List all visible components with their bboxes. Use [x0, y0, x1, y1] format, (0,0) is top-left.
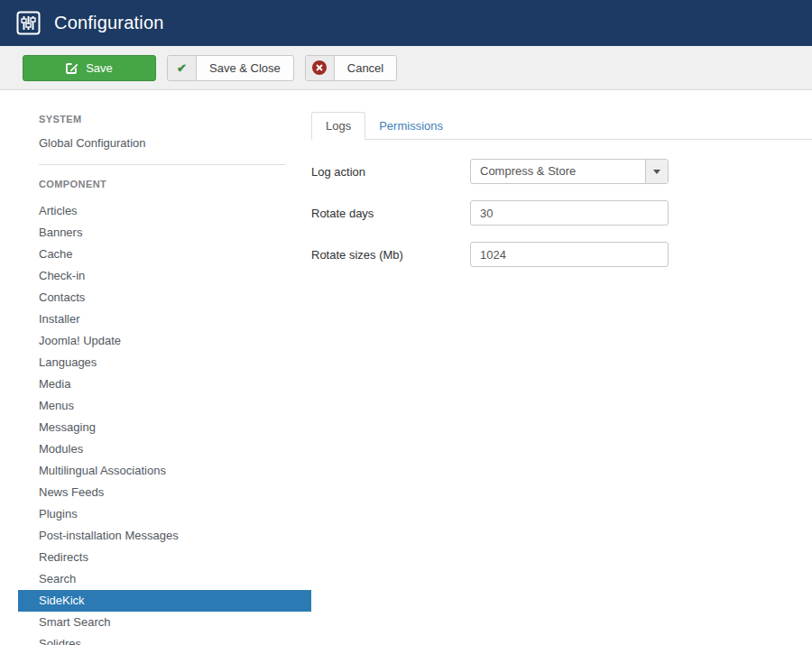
cancel-button-label: Cancel	[335, 56, 396, 80]
tab-bar: Logs Permissions	[311, 112, 812, 140]
cancel-icon	[306, 56, 335, 80]
sidebar-item-global-configuration[interactable]: Global Configuration	[18, 136, 311, 150]
sidebar-item-smart-search[interactable]: Smart Search	[18, 612, 311, 633]
save-pencil-icon	[66, 61, 78, 74]
log-action-select[interactable]: Compress & Store	[470, 159, 669, 184]
sidebar-item-sidekick[interactable]: SideKick	[18, 590, 311, 612]
logs-form: Log action Compress & Store Rotate days …	[311, 159, 812, 267]
log-action-row: Log action Compress & Store	[311, 159, 812, 184]
sidebar-item-cache[interactable]: Cache	[18, 244, 311, 265]
page-title: Configuration	[54, 13, 164, 33]
sidebar-heading-component: COMPONENT	[18, 179, 311, 189]
app-header: Configuration	[0, 0, 812, 46]
sidebar-item-redirects[interactable]: Redirects	[18, 547, 311, 568]
sliders-icon	[16, 11, 41, 35]
rotate-days-input[interactable]	[470, 200, 669, 226]
tab-permissions[interactable]: Permissions	[365, 113, 457, 139]
sidebar-item-joomla-update[interactable]: Joomla! Update	[18, 330, 311, 352]
cancel-button[interactable]: Cancel	[305, 55, 397, 81]
sidebar-item-languages[interactable]: Languages	[18, 352, 311, 373]
sidebar-item-banners[interactable]: Banners	[18, 222, 311, 244]
chevron-down-icon	[653, 170, 660, 174]
sidebar-item-solidres[interactable]: Solidres	[18, 633, 311, 645]
toolbar: Save ✔ Save & Close Cancel	[0, 46, 812, 90]
sidebar-item-messaging[interactable]: Messaging	[18, 417, 311, 438]
rotate-sizes-row: Rotate sizes (Mb)	[311, 242, 812, 267]
sidebar-item-contacts[interactable]: Contacts	[18, 287, 311, 309]
rotate-days-label: Rotate days	[311, 207, 470, 220]
log-action-label: Log action	[311, 165, 470, 179]
sidebar-heading-system: SYSTEM	[18, 114, 311, 124]
log-action-value: Compress & Store	[471, 160, 645, 183]
tab-logs[interactable]: Logs	[311, 112, 365, 140]
save-close-button-label: Save & Close	[197, 56, 293, 80]
sidebar-item-installer[interactable]: Installer	[18, 309, 311, 330]
sidebar-item-articles[interactable]: Articles	[18, 200, 311, 222]
sidebar-item-modules[interactable]: Modules	[18, 438, 311, 460]
sidebar-item-multilingual-associations[interactable]: Multilingual Associations	[18, 460, 311, 482]
sidebar-item-search[interactable]: Search	[18, 568, 311, 590]
sidebar-item-media[interactable]: Media	[18, 373, 311, 395]
sidebar-item-plugins[interactable]: Plugins	[18, 503, 311, 525]
sidebar-component-list: Articles Banners Cache Check-in Contacts…	[18, 200, 311, 645]
save-button-label: Save	[86, 61, 113, 75]
main-panel: Logs Permissions Log action Compress & S…	[311, 90, 812, 645]
content-area: SYSTEM Global Configuration COMPONENT Ar…	[0, 90, 812, 645]
rotate-sizes-input[interactable]	[470, 242, 669, 267]
check-icon: ✔	[168, 56, 197, 80]
sidebar-item-post-installation-messages[interactable]: Post-installation Messages	[18, 525, 311, 547]
save-button[interactable]: Save	[23, 55, 156, 81]
save-close-button[interactable]: ✔ Save & Close	[167, 55, 294, 81]
sidebar-divider	[39, 164, 286, 165]
rotate-sizes-label: Rotate sizes (Mb)	[311, 248, 470, 262]
sidebar-item-check-in[interactable]: Check-in	[18, 265, 311, 287]
rotate-days-row: Rotate days	[311, 200, 812, 226]
sidebar-item-menus[interactable]: Menus	[18, 395, 311, 417]
sidebar-item-news-feeds[interactable]: News Feeds	[18, 482, 311, 503]
sidebar: SYSTEM Global Configuration COMPONENT Ar…	[0, 90, 311, 645]
log-action-dropdown-button[interactable]	[645, 160, 668, 183]
